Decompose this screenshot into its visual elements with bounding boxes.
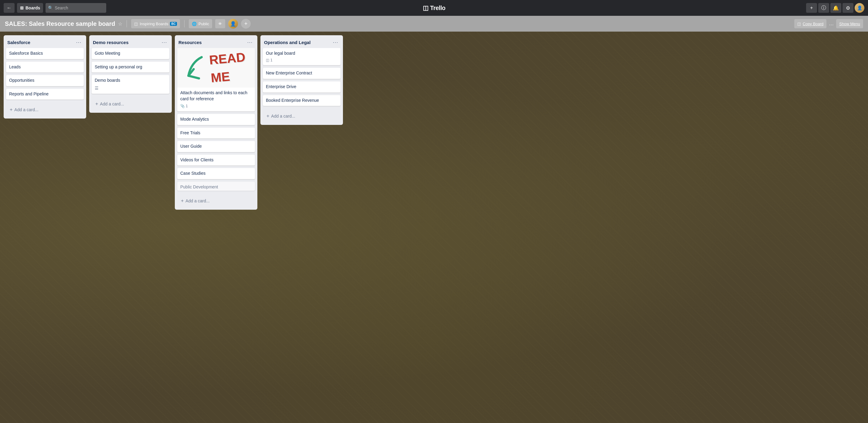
list-header-resources: Resources ⋯ [175,35,257,48]
lists-container: Salesforce ⋯ Salesforce Basics Leads Opp… [0,32,868,423]
show-menu-button[interactable]: Show Menu [836,19,863,28]
card-rc3[interactable]: User Guide [177,141,255,152]
list-menu-demo[interactable]: ⋯ [160,38,168,46]
card-sf2[interactable]: Leads [6,62,84,73]
card-text-dm2: Setting up a personal org [95,64,142,69]
boards-grid-icon: ⊞ [20,5,24,10]
list-menu-resources[interactable]: ⋯ [246,38,254,46]
card-op1[interactable]: Our legal board ◫ 1 [263,48,341,65]
card-op3[interactable]: Enterprise Drive [263,81,341,93]
trello-logo-text: Trello [430,5,445,11]
board-icon-op1: ◫ [266,58,269,63]
plus-icon-rc: + [181,198,184,204]
card-text-op4: Booked Enterprise Revenue [266,98,319,103]
card-rc5[interactable]: Case Studies [177,168,255,179]
list-footer-resources: + Add a card... [175,193,257,210]
attachment-count: 1 [186,104,188,109]
desc-icon-dm3: ☰ [95,85,99,91]
list-resources: Resources ⋯ README Attach docume [175,35,257,210]
card-text-op3: Enterprise Drive [266,84,296,89]
add-card-resources[interactable]: + Add a card... [177,196,255,206]
card-rc1[interactable]: Mode Analytics [177,114,255,125]
navbar-right: + ⓘ 🔔 ⚙ 👤 [806,3,864,13]
show-menu-ellipsis: … [829,21,834,26]
card-op2[interactable]: New Enterprise Contract [263,68,341,79]
add-card-label-sf: Add a card... [14,107,38,112]
card-rc0[interactable]: README Attach documents and links to eac… [177,48,255,112]
list-footer-salesforce: + Add a card... [4,102,86,118]
card-meta-rc0: 📎 1 [180,104,252,109]
board-ref-count: 1 [271,58,273,63]
card-op4[interactable]: Booked Enterprise Revenue [263,95,341,106]
card-rc6[interactable]: Public Development [177,182,255,191]
copy-board-label: Copy Board [803,22,824,26]
watch-button[interactable]: 👁 [215,19,225,28]
copy-board-button[interactable]: ◫ Copy Board [794,19,827,28]
card-text-rc2: Free Trials [180,130,200,135]
show-menu-label: Show Menu [839,22,860,26]
card-sf1[interactable]: Salesforce Basics [6,48,84,59]
list-header-demo: Demo resources ⋯ [89,35,172,48]
card-text-rc0: Attach documents and links to each card … [180,90,247,101]
member-avatar-1[interactable]: 👤 [228,19,238,29]
card-sf3[interactable]: Opportunities [6,75,84,86]
star-icon[interactable]: ☆ [118,21,122,27]
settings-button[interactable]: ⚙ [842,3,854,13]
user-avatar[interactable]: 👤 [855,3,864,13]
search-wrap: 🔍 [45,3,106,13]
list-header-salesforce: Salesforce ⋯ [4,35,86,48]
card-dm2[interactable]: Setting up a personal org [92,62,169,73]
boards-button[interactable]: ⊞ Boards [17,3,43,13]
add-card-demo[interactable]: + Add a card... [92,99,169,109]
list-menu-operations[interactable]: ⋯ [332,38,339,46]
header-divider-2 [184,20,185,27]
card-text-dm3: Demo boards [95,78,120,83]
add-button[interactable]: + [806,3,817,13]
gear-icon: ⚙ [846,5,850,11]
list-footer-demo: + Add a card... [89,96,172,113]
card-sf4[interactable]: Reports and Pipeline [6,89,84,100]
list-cards-demo: Goto Meeting Setting up a personal org D… [89,48,172,96]
globe-icon: 🌐 [192,22,197,26]
card-board-ref-op1: ◫ 1 [266,58,338,63]
add-member-button[interactable]: + [241,19,251,29]
card-rc4[interactable]: Videos for Clients [177,155,255,166]
visibility-button[interactable]: 🌐 Public [189,19,212,28]
list-demo: Demo resources ⋯ Goto Meeting Setting up… [89,35,172,113]
plus-icon-dm: + [95,101,98,107]
read-me-text: README [209,48,248,87]
team-name-label: Inspiring Boards [140,22,168,26]
card-text-rc5: Case Studies [180,171,206,176]
list-header-operations: Operations and Legal ⋯ [260,35,343,48]
list-title-operations: Operations and Legal [264,40,310,45]
team-badge: BC [170,22,177,26]
trello-logo: ◫ Trello [423,4,445,11]
team-button[interactable]: ◫ Inspiring Boards BC [131,19,180,28]
list-cards-operations: Our legal board ◫ 1 New Enterprise Contr… [260,48,343,109]
info-button[interactable]: ⓘ [818,3,829,13]
card-rc2[interactable]: Free Trials [177,128,255,139]
list-cards-resources: README Attach documents and links to eac… [175,48,257,193]
trello-logo-icon: ◫ [423,4,429,11]
card-text-op2: New Enterprise Contract [266,70,312,75]
card-meta-dm3: ☰ [95,85,166,91]
list-menu-salesforce[interactable]: ⋯ [75,38,83,46]
card-text-sf4: Reports and Pipeline [9,91,49,96]
add-card-operations[interactable]: + Add a card... [263,111,341,121]
notifications-button[interactable]: 🔔 [830,3,841,13]
list-title-salesforce: Salesforce [7,40,30,45]
card-text-dm1: Goto Meeting [95,51,120,56]
eye-icon: 👁 [218,22,222,26]
search-input[interactable] [45,3,106,13]
list-operations: Operations and Legal ⋯ Our legal board ◫… [260,35,343,125]
back-button[interactable]: ← [4,3,14,13]
add-icon: + [810,5,813,11]
card-dm1[interactable]: Goto Meeting [92,48,169,59]
board-title: SALES: Sales Resource sample board [5,20,115,27]
list-cards-salesforce: Salesforce Basics Leads Opportunities Re… [4,48,86,102]
card-text-rc6: Public Development [180,185,218,189]
attachment-badge: 📎 1 [180,104,188,109]
card-dm3[interactable]: Demo boards ☰ [92,75,169,94]
bell-icon: 🔔 [833,5,839,11]
add-card-salesforce[interactable]: + Add a card... [6,105,84,115]
